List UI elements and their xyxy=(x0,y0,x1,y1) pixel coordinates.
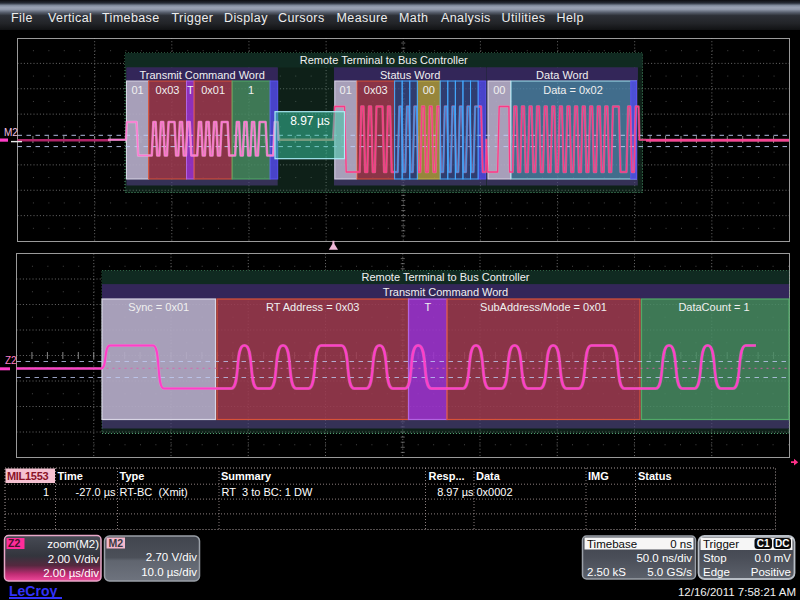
svg-text:LeCroy: LeCroy xyxy=(9,583,57,599)
svg-text:Positive: Positive xyxy=(751,566,791,578)
svg-text:Sync = 0x01: Sync = 0x01 xyxy=(128,301,189,313)
svg-text:Trigger: Trigger xyxy=(172,11,214,25)
svg-text:0x0002: 0x0002 xyxy=(477,486,513,498)
svg-text:Math: Math xyxy=(399,11,428,25)
svg-text:2.00 V/div: 2.00 V/div xyxy=(48,553,99,565)
svg-text:Vertical: Vertical xyxy=(48,11,92,25)
svg-text:Stop: Stop xyxy=(703,552,727,564)
svg-text:0 ns: 0 ns xyxy=(670,538,692,550)
svg-text:Analysis: Analysis xyxy=(441,11,491,25)
svg-text:0x03: 0x03 xyxy=(364,84,388,96)
svg-text:Remote Terminal to Bus Control: Remote Terminal to Bus Controller xyxy=(300,54,468,66)
svg-text:Remote Terminal to Bus Control: Remote Terminal to Bus Controller xyxy=(362,271,530,283)
svg-text:1: 1 xyxy=(248,84,254,96)
svg-text:Display: Display xyxy=(224,11,268,25)
svg-text:C1: C1 xyxy=(757,538,770,549)
svg-text:zoom(M2): zoom(M2) xyxy=(47,538,99,550)
svg-text:01: 01 xyxy=(340,84,352,96)
svg-text:T: T xyxy=(424,301,431,313)
svg-text:Resp...: Resp... xyxy=(429,470,465,482)
svg-text:01: 01 xyxy=(131,84,143,96)
svg-text:Transmit Command Word: Transmit Command Word xyxy=(383,286,508,298)
svg-text:RT 3 to BC: 1 DW: RT 3 to BC: 1 DW xyxy=(222,486,313,498)
svg-text:Timebase: Timebase xyxy=(587,538,637,550)
svg-text:File: File xyxy=(11,11,33,25)
svg-text:8.97 µs: 8.97 µs xyxy=(437,486,474,498)
svg-text:0x03: 0x03 xyxy=(156,84,180,96)
svg-text:Time: Time xyxy=(58,470,83,482)
svg-text:Summary: Summary xyxy=(221,470,272,482)
svg-text:00: 00 xyxy=(423,84,435,96)
svg-text:50.0 ns/div: 50.0 ns/div xyxy=(636,552,692,564)
svg-text:SubAddress/Mode = 0x01: SubAddress/Mode = 0x01 xyxy=(480,301,607,313)
svg-text:DC: DC xyxy=(775,538,789,549)
svg-text:8.97 µs: 8.97 µs xyxy=(290,114,330,128)
svg-text:Data: Data xyxy=(476,470,501,482)
svg-text:Data Word: Data Word xyxy=(536,69,588,81)
svg-text:Z2: Z2 xyxy=(5,355,17,366)
svg-text:Z2: Z2 xyxy=(8,537,20,549)
svg-text:Measure: Measure xyxy=(337,11,388,25)
svg-text:RT-BC (Xmit): RT-BC (Xmit) xyxy=(120,486,188,498)
svg-text:0x01: 0x01 xyxy=(201,84,225,96)
svg-text:1: 1 xyxy=(43,486,49,498)
svg-text:MIL1553: MIL1553 xyxy=(7,470,48,482)
svg-text:Trigger: Trigger xyxy=(703,538,739,550)
svg-text:2.00 µs/div: 2.00 µs/div xyxy=(43,567,99,579)
svg-text:12/16/2011 7:58:21 AM: 12/16/2011 7:58:21 AM xyxy=(678,586,796,598)
svg-text:M2: M2 xyxy=(109,537,124,549)
svg-text:M2: M2 xyxy=(4,127,18,138)
svg-text:Status Word: Status Word xyxy=(380,69,440,81)
svg-text:Status: Status xyxy=(638,470,672,482)
svg-text:Transmit Command Word: Transmit Command Word xyxy=(139,69,264,81)
svg-text:2.70 V/div: 2.70 V/div xyxy=(146,551,197,563)
svg-text:RT Address = 0x03: RT Address = 0x03 xyxy=(266,301,359,313)
svg-text:0.0 mV: 0.0 mV xyxy=(755,552,792,564)
svg-text:5.0 GS/s: 5.0 GS/s xyxy=(647,566,692,578)
svg-text:DataCount = 1: DataCount = 1 xyxy=(678,301,749,313)
svg-text:2.50 kS: 2.50 kS xyxy=(587,566,626,578)
svg-text:00: 00 xyxy=(493,84,505,96)
svg-text:Edge: Edge xyxy=(703,566,730,578)
svg-text:T: T xyxy=(187,84,194,96)
svg-text:Cursors: Cursors xyxy=(278,11,325,25)
svg-text:Help: Help xyxy=(557,11,584,25)
svg-text:Timebase: Timebase xyxy=(102,11,160,25)
svg-text:Type: Type xyxy=(120,470,145,482)
svg-text:IMG: IMG xyxy=(588,470,609,482)
svg-text:10.0 µs/div: 10.0 µs/div xyxy=(141,566,197,578)
svg-text:-27.0 µs: -27.0 µs xyxy=(76,486,116,498)
svg-text:Utilities: Utilities xyxy=(502,11,546,25)
svg-text:Data = 0x02: Data = 0x02 xyxy=(543,84,603,96)
